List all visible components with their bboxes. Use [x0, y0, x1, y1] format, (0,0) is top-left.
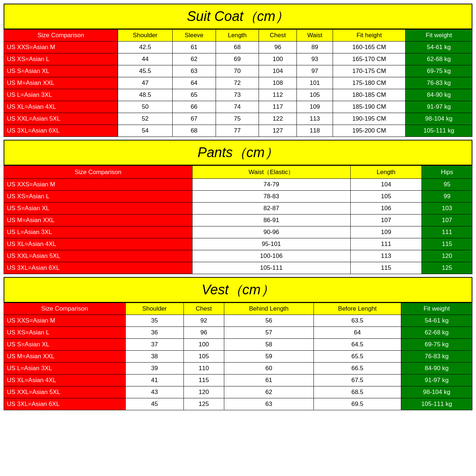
suit-coat-header-fit-weight: Fit weight [406, 30, 472, 42]
data-cell: 67 [173, 113, 216, 125]
data-cell: 65.5 [313, 351, 401, 363]
vest-header-row: Size Comparison Shoulder Chest Behind Le… [4, 303, 472, 315]
size-cell: US XXL=Asian 5XL [4, 386, 126, 398]
data-cell: 122 [259, 113, 297, 125]
vest-section: Vest（cm） Size Comparison Shoulder Chest … [4, 277, 472, 410]
data-cell: 50 [118, 101, 172, 113]
data-cell: 45.5 [118, 65, 172, 77]
hips-cell: 111 [422, 226, 472, 238]
size-cell: US S=Asian XL [4, 339, 126, 351]
data-cell: 101 [297, 77, 333, 89]
data-cell: 105 [183, 351, 224, 363]
size-cell: US XL=Asian 4XL [4, 238, 192, 250]
data-cell: 45 [125, 398, 183, 410]
size-cell: US L=Asian 3XL [4, 226, 192, 238]
size-cell: US 3XL=Asian 6XL [4, 125, 118, 137]
data-cell: 68 [216, 42, 259, 53]
size-cell: US M=Asian XXL [4, 215, 192, 226]
data-cell: 58 [224, 339, 313, 351]
data-cell: 118 [297, 125, 333, 137]
fit-weight-cell: 84-90 kg [406, 89, 472, 101]
pants-header-waist: Waist（Elastic） [192, 166, 350, 179]
table-row: US XXS=Asian M74-7910495 [4, 179, 472, 191]
table-row: US S=Asian XL45.5637010497170-175 CM69-7… [4, 65, 472, 77]
suit-coat-header-shoulder: Shoulder [118, 30, 172, 42]
size-cell: US XS=Asian L [4, 191, 192, 203]
page: Suit Coat（cm） Size Comparison Shoulder S… [0, 0, 476, 417]
data-cell: 82-87 [192, 203, 350, 215]
data-cell: 104 [259, 65, 297, 77]
table-row: US M=Asian XXL381055965.576-83 kg [4, 351, 472, 363]
data-cell: 105 [297, 89, 333, 101]
data-cell: 93 [297, 53, 333, 65]
fit-weight-cell: 69-75 kg [406, 65, 472, 77]
data-cell: 69.5 [313, 398, 401, 410]
vest-header-shoulder: Shoulder [125, 303, 183, 315]
data-cell: 68.5 [313, 386, 401, 398]
data-cell: 66 [173, 101, 216, 113]
table-row: US 3XL=Asian 6XL451256369.5105-111 kg [4, 398, 472, 410]
size-cell: US S=Asian XL [4, 203, 192, 215]
size-cell: US XL=Asian 4XL [4, 375, 126, 386]
data-cell: 61 [224, 375, 313, 386]
fit-weight-cell: 69-75 kg [401, 339, 472, 351]
data-cell: 64 [173, 77, 216, 89]
data-cell: 65 [173, 89, 216, 101]
size-cell: US XXL=Asian 5XL [4, 113, 118, 125]
data-cell: 38 [125, 351, 183, 363]
data-cell: 62 [173, 53, 216, 65]
fit-weight-cell: 62-68 kg [401, 327, 472, 339]
fit-weight-cell: 91-97 kg [406, 101, 472, 113]
hips-cell: 125 [422, 262, 472, 274]
hips-cell: 115 [422, 238, 472, 250]
vest-title: Vest（cm） [4, 277, 472, 303]
data-cell: 48.5 [118, 89, 172, 101]
data-cell: 77 [216, 125, 259, 137]
table-row: US XL=Asian 4XL506674117109185-190 CM91-… [4, 101, 472, 113]
data-cell: 75 [216, 113, 259, 125]
data-cell: 160-165 CM [333, 42, 406, 53]
fit-weight-cell: 84-90 kg [401, 363, 472, 375]
size-cell: US M=Asian XXL [4, 77, 118, 89]
size-cell: US XS=Asian L [4, 53, 118, 65]
data-cell: 73 [216, 89, 259, 101]
fit-weight-cell: 105-111 kg [406, 125, 472, 137]
hips-cell: 107 [422, 215, 472, 226]
fit-weight-cell: 98-104 kg [406, 113, 472, 125]
suit-coat-header-chest: Chest [259, 30, 297, 42]
data-cell: 89 [297, 42, 333, 53]
suit-coat-section: Suit Coat（cm） Size Comparison Shoulder S… [4, 4, 472, 137]
data-cell: 74 [216, 101, 259, 113]
fit-weight-cell: 62-68 kg [406, 53, 472, 65]
data-cell: 170-175 CM [333, 65, 406, 77]
size-cell: US L=Asian 3XL [4, 89, 118, 101]
table-row: US L=Asian 3XL90-96109111 [4, 226, 472, 238]
data-cell: 64.5 [313, 339, 401, 351]
table-row: US L=Asian 3XL391106066.584-90 kg [4, 363, 472, 375]
data-cell: 96 [259, 42, 297, 53]
data-cell: 47 [118, 77, 172, 89]
data-cell: 60 [224, 363, 313, 375]
table-row: US XXL=Asian 5XL526775122113190-195 CM98… [4, 113, 472, 125]
data-cell: 56 [224, 315, 313, 327]
hips-cell: 95 [422, 179, 472, 191]
table-row: US M=Asian XXL476472108101175-180 CM76-8… [4, 77, 472, 89]
data-cell: 100-106 [192, 250, 350, 262]
fit-weight-cell: 91-97 kg [401, 375, 472, 386]
data-cell: 44 [118, 53, 172, 65]
data-cell: 39 [125, 363, 183, 375]
data-cell: 41 [125, 375, 183, 386]
table-row: US 3XL=Asian 6XL546877127118195-200 CM10… [4, 125, 472, 137]
data-cell: 36 [125, 327, 183, 339]
data-cell: 97 [297, 65, 333, 77]
table-row: US 3XL=Asian 6XL105-111115125 [4, 262, 472, 274]
data-cell: 78-83 [192, 191, 350, 203]
data-cell: 120 [183, 386, 224, 398]
table-row: US XXL=Asian 5XL100-106113120 [4, 250, 472, 262]
pants-table: Size Comparison Waist（Elastic） Length Hi… [4, 165, 472, 274]
data-cell: 105-111 [192, 262, 350, 274]
data-cell: 106 [350, 203, 422, 215]
data-cell: 92 [183, 315, 224, 327]
data-cell: 68 [173, 125, 216, 137]
data-cell: 57 [224, 327, 313, 339]
